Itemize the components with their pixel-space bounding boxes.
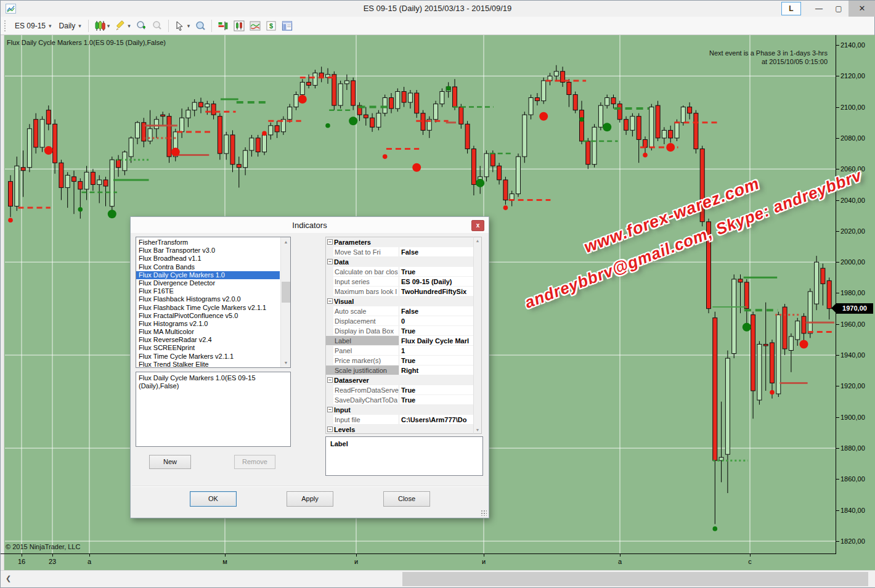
property-grid-scrollbar[interactable]: ▲ ▼: [473, 237, 482, 434]
property-value[interactable]: True: [399, 326, 473, 335]
indicator-list-item[interactable]: Flux Trend Stalker Elite: [136, 361, 280, 367]
property-row[interactable]: SaveDailyChartToDaTrue: [326, 395, 473, 405]
collapse-icon[interactable]: −: [327, 407, 333, 412]
draw-button[interactable]: ▾: [112, 19, 133, 33]
indicator-list-item[interactable]: Flux FractalPivotConfluence v5.0: [136, 312, 280, 320]
property-section-header[interactable]: −Data: [326, 257, 473, 267]
property-section-header[interactable]: −Input: [326, 405, 473, 415]
minimize-button[interactable]: —: [809, 1, 829, 17]
interval-selector[interactable]: Daily ▾: [55, 20, 85, 32]
property-row[interactable]: Display in Data BoxTrue: [326, 326, 473, 336]
close-button[interactable]: ✕: [849, 1, 875, 17]
dialog-close-button[interactable]: x: [471, 220, 484, 231]
indicator-list-item[interactable]: Flux Flashback Histograms v2.0.0: [136, 295, 280, 303]
indicator-list-item[interactable]: Flux Daily Cycle Markers 1.0: [136, 271, 280, 279]
indicator-list-item[interactable]: Flux F16TE: [136, 287, 280, 295]
property-section-header[interactable]: −Visual: [326, 296, 473, 306]
property-value[interactable]: False: [399, 247, 473, 256]
property-value[interactable]: ES 09-15 (Daily): [399, 277, 473, 286]
collapse-icon[interactable]: −: [327, 427, 333, 432]
panel-button[interactable]: [279, 19, 295, 33]
property-row[interactable]: Input seriesES 09-15 (Daily): [326, 277, 473, 287]
collapse-icon[interactable]: −: [327, 298, 333, 304]
property-row[interactable]: ReadFromDataServeTrue: [326, 385, 473, 395]
list-scrollbar[interactable]: ▲ ▼: [280, 237, 290, 367]
price-tick: [836, 231, 839, 232]
property-value[interactable]: Flux Daily Cycle Marl: [399, 336, 473, 345]
dom-button[interactable]: [215, 19, 231, 33]
indicator-list-item[interactable]: Flux Contra Bands: [136, 263, 280, 271]
collapse-icon[interactable]: −: [327, 259, 333, 264]
scroll-left-icon[interactable]: ❮: [6, 574, 11, 582]
property-row[interactable]: Auto scaleFalse: [326, 306, 473, 316]
price-tick: [836, 479, 839, 480]
property-grid[interactable]: −ParametersMove Sat to FriFalse−DataCalc…: [325, 237, 473, 434]
property-section-header[interactable]: −Parameters: [326, 237, 473, 247]
property-value[interactable]: True: [399, 267, 473, 276]
indicator-list-item[interactable]: Flux Flashback Time Cycle Markers v2.1.1: [136, 304, 280, 312]
collapse-icon[interactable]: −: [327, 239, 333, 245]
maximize-button[interactable]: ▢: [829, 1, 849, 17]
property-value[interactable]: True: [399, 356, 473, 365]
title-bar[interactable]: ES 09-15 (Daily) 2015/03/13 - 2015/09/19…: [1, 1, 874, 17]
property-value[interactable]: True: [399, 385, 473, 394]
indicator-list-item[interactable]: FisherTransform: [136, 239, 280, 247]
data-box-button[interactable]: [192, 19, 208, 33]
new-button[interactable]: New: [149, 455, 191, 469]
property-value[interactable]: C:\Users\Arm777\Do: [399, 415, 473, 424]
configured-indicators-list[interactable]: Flux Daily Cycle Markers 1.0(ES 09-15 (D…: [136, 372, 291, 447]
property-row[interactable]: LabelFlux Daily Cycle Marl: [326, 336, 473, 346]
link-button[interactable]: L: [781, 2, 801, 15]
property-section-header[interactable]: −Dataserver: [326, 375, 473, 385]
indicator-list-item[interactable]: Flux Divergence Detector: [136, 279, 280, 287]
toolbar-grip[interactable]: [4, 20, 7, 31]
apply-button[interactable]: Apply: [287, 491, 333, 507]
chart-style-button[interactable]: ▾: [92, 19, 113, 33]
price-axis[interactable]: [836, 35, 836, 553]
property-value[interactable]: 1: [399, 346, 473, 355]
property-row[interactable]: Displacement0: [326, 316, 473, 326]
ok-button[interactable]: OK: [190, 491, 237, 507]
scrollbar-thumb[interactable]: [402, 572, 868, 586]
indicator-list-item[interactable]: Flux ReverseRadar v2.4: [136, 336, 280, 344]
property-row[interactable]: Move Sat to FriFalse: [326, 247, 473, 257]
indicator-list-item[interactable]: Flux Broadhead v1.1: [136, 255, 280, 263]
property-value[interactable]: TwoHundredFiftySix: [399, 287, 473, 296]
time-axis[interactable]: [1, 553, 836, 554]
indicator-list-item[interactable]: Flux SCREENprint: [136, 344, 280, 352]
property-row[interactable]: Scale justificationRight: [326, 365, 473, 375]
property-row[interactable]: Maximum bars look lTwoHundredFiftySix: [326, 287, 473, 296]
instrument-selector[interactable]: ES 09-15 ▾: [11, 20, 55, 32]
property-value[interactable]: Right: [399, 365, 473, 375]
resize-grip[interactable]: [481, 510, 487, 516]
property-value[interactable]: True: [399, 395, 473, 404]
dialog-title[interactable]: Indicators: [131, 217, 489, 233]
property-value[interactable]: False: [399, 306, 473, 316]
scrollbar-thumb[interactable]: [282, 282, 290, 303]
scroll-down-icon[interactable]: ▼: [281, 358, 291, 367]
configured-indicator-item[interactable]: Flux Daily Cycle Markers 1.0(ES 09-15 (D…: [139, 374, 288, 390]
scroll-up-icon[interactable]: ▲: [474, 239, 481, 243]
account-button[interactable]: $: [263, 19, 279, 33]
horizontal-scrollbar[interactable]: ❮: [1, 570, 875, 587]
property-row[interactable]: Calculate on bar closTrue: [326, 267, 473, 277]
zoom-in-button[interactable]: [133, 19, 149, 33]
property-row[interactable]: Price marker(s)True: [326, 356, 473, 365]
property-section-header[interactable]: −Levels: [326, 425, 473, 434]
dialog-close-button-bottom[interactable]: Close: [383, 491, 430, 507]
indicator-list-item[interactable]: Flux Time Cycle Markers v2.1.1: [136, 353, 280, 361]
collapse-icon[interactable]: −: [327, 377, 333, 383]
market-analyzer-button[interactable]: [247, 19, 263, 33]
zoom-out-button[interactable]: [149, 19, 165, 33]
indicator-list-item[interactable]: Flux Bar Transporter v3.0: [136, 247, 280, 255]
cursor-button[interactable]: ▾: [172, 19, 193, 33]
scroll-down-icon[interactable]: ▼: [474, 428, 481, 432]
indicator-list-item[interactable]: Flux MA Multicolor: [136, 328, 280, 336]
property-row[interactable]: Panel1: [326, 346, 473, 356]
property-value[interactable]: 0: [399, 316, 473, 325]
scroll-up-icon[interactable]: ▲: [281, 237, 291, 247]
property-row[interactable]: Input fileC:\Users\Arm777\Do: [326, 415, 473, 425]
available-indicators-list[interactable]: FisherTransformFlux Bar Transporter v3.0…: [136, 237, 291, 368]
chart-window-button[interactable]: [231, 19, 247, 33]
indicator-list-item[interactable]: Flux Histograms v2.1.0: [136, 320, 280, 328]
